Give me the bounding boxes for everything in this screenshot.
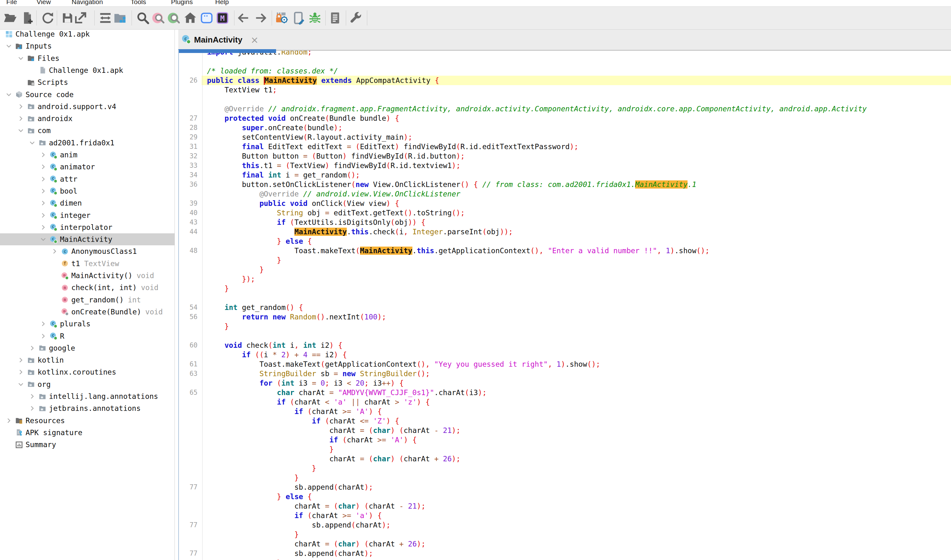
- tree-item-org[interactable]: org: [0, 378, 175, 390]
- chevron-right-icon[interactable]: [39, 332, 49, 340]
- chevron-right-icon[interactable]: [28, 344, 39, 352]
- tree-item-r[interactable]: cR: [0, 330, 175, 342]
- chevron-right-icon[interactable]: [39, 223, 49, 231]
- export-button[interactable]: [73, 11, 88, 26]
- tree-item-t1[interactable]: ft1TextView: [0, 258, 175, 269]
- menu-tools[interactable]: Tools: [131, 0, 146, 6]
- chevron-right-icon[interactable]: [28, 404, 39, 412]
- chevron-right-icon[interactable]: [51, 247, 61, 255]
- debugger-button[interactable]: [307, 11, 322, 26]
- menu-navigation[interactable]: Navigation: [72, 0, 103, 6]
- menu-file[interactable]: File: [6, 0, 17, 6]
- tree-item-com[interactable]: com: [0, 125, 175, 137]
- tree-item-get-random[interactable]: mget_random()int: [0, 294, 175, 306]
- matrix-button[interactable]: M: [215, 11, 230, 26]
- add-files-button[interactable]: [20, 11, 35, 26]
- sync-with-editor-button[interactable]: [113, 11, 128, 26]
- chevron-right-icon[interactable]: [17, 114, 27, 123]
- chevron-right-icon[interactable]: [39, 175, 49, 183]
- chevron-right-icon[interactable]: [39, 151, 49, 159]
- chevron-right-icon[interactable]: [39, 211, 49, 220]
- chevron-down-icon[interactable]: [39, 235, 49, 243]
- active-tab-underline: [178, 49, 276, 53]
- chevron-right-icon[interactable]: [39, 199, 49, 207]
- class-search-button[interactable]: [151, 11, 166, 26]
- tree-item-files[interactable]: Files: [0, 52, 175, 64]
- reload-button[interactable]: [40, 11, 55, 26]
- tree-item-animator[interactable]: canimator: [0, 161, 175, 173]
- tree-item-challenge-0x1-apk[interactable]: Challenge 0x1.apk: [0, 29, 175, 40]
- main-activity-button[interactable]: [183, 11, 198, 26]
- tree-item-label: ad2001.frida0x1: [49, 139, 114, 147]
- code-text: public void onClick(View view) {: [202, 198, 951, 208]
- text-search-button[interactable]: [136, 11, 151, 26]
- code-text: charAt = (char) (charAt + 26);: [202, 454, 951, 463]
- chevron-right-icon[interactable]: [28, 392, 39, 400]
- tree-item-attr[interactable]: cattr: [0, 173, 175, 185]
- chevron-down-icon[interactable]: [5, 42, 15, 50]
- open-files-button[interactable]: [3, 11, 18, 26]
- tree-item-label: R: [60, 332, 64, 340]
- forward-button[interactable]: [254, 11, 269, 26]
- chevron-right-icon[interactable]: [17, 356, 27, 364]
- tab-mainactivity[interactable]: c MainActivity ×: [182, 31, 258, 49]
- chevron-right-icon[interactable]: [5, 417, 15, 425]
- chevron-right-icon[interactable]: [39, 163, 49, 171]
- tree-item-inputs[interactable]: Inputs: [0, 40, 175, 52]
- jadx-window: FileViewNavigationToolsPluginsHelp M Cha…: [0, 0, 951, 560]
- tree-item-android-support-v4[interactable]: android.support.v4: [0, 101, 175, 112]
- line-number: 32: [178, 151, 202, 161]
- tree-item-summary[interactable]: Summary: [0, 438, 175, 451]
- tree-item-apk-signature[interactable]: APK signature: [0, 427, 175, 438]
- tree-item-intellij-lang-annotations[interactable]: intellij.lang.annotations: [0, 390, 175, 402]
- tree-item-resources[interactable]: Resources: [0, 415, 175, 427]
- tree-item-ad2001-frida0x1[interactable]: ad2001.frida0x1: [0, 137, 175, 149]
- back-button[interactable]: [235, 11, 251, 26]
- fit-columns-button[interactable]: [98, 11, 113, 26]
- code-editor[interactable]: import java.util.Random;/* loaded from: …: [178, 29, 951, 560]
- chevron-down-icon[interactable]: [28, 139, 39, 147]
- tree-item-interpolator[interactable]: cinterpolator: [0, 222, 175, 233]
- tree-item-kotlinx-coroutines[interactable]: kotlinx.coroutines: [0, 366, 175, 378]
- menu-view[interactable]: View: [37, 0, 51, 6]
- chevron-right-icon[interactable]: [39, 320, 49, 328]
- chevron-right-icon[interactable]: [39, 187, 49, 195]
- tree-item-mainactivity[interactable]: cMainActivity: [0, 233, 175, 245]
- tree-item-anim[interactable]: canim: [0, 149, 175, 161]
- tree-item-plurals[interactable]: cplurals: [0, 318, 175, 330]
- quark-report-button[interactable]: [199, 11, 214, 26]
- tree-item-challenge-0x1-apk[interactable]: Challenge 0x1.apk: [0, 64, 175, 76]
- preferences-button[interactable]: [348, 11, 363, 26]
- code-area[interactable]: import java.util.Random;/* loaded from: …: [178, 47, 951, 560]
- tab-strip-border: [178, 50, 951, 51]
- code-line-4: 26public class MainActivity extends AppC…: [178, 76, 951, 85]
- chevron-right-icon[interactable]: [17, 103, 27, 111]
- code-line-48: } else {: [178, 492, 951, 502]
- menu-plugins[interactable]: Plugins: [171, 0, 193, 6]
- tree-item-integer[interactable]: cinteger: [0, 209, 175, 222]
- close-icon[interactable]: ×: [251, 34, 258, 45]
- chevron-down-icon[interactable]: [17, 380, 27, 388]
- log-viewer-button[interactable]: [328, 11, 343, 26]
- tree-item-scripts[interactable]: Scripts: [0, 76, 175, 88]
- tree-item-google[interactable]: google: [0, 342, 175, 354]
- tree-item-kotlin[interactable]: kotlin: [0, 354, 175, 366]
- tree-item-mainactivity[interactable]: mMainActivity()void: [0, 269, 175, 282]
- comment-search-button[interactable]: [166, 11, 182, 26]
- menu-help[interactable]: Help: [215, 0, 229, 6]
- chevron-right-icon[interactable]: [17, 368, 27, 376]
- tree-item-bool[interactable]: cbool: [0, 185, 175, 197]
- tree-item-jetbrains-annotations[interactable]: jetbrains.annotations: [0, 402, 175, 414]
- tree-item-check-int-int[interactable]: mcheck(int, int)void: [0, 282, 175, 294]
- device-button[interactable]: [291, 11, 306, 26]
- tree-item-oncreate-bundle[interactable]: monCreate(Bundle)void: [0, 306, 175, 318]
- tree-item-androidx[interactable]: androidx: [0, 112, 175, 125]
- tree-item-anonymousclass1[interactable]: cAnonymousClass1: [0, 245, 175, 257]
- tree-item-source-code[interactable]: Source code: [0, 89, 175, 101]
- deobfuscation-button[interactable]: [274, 11, 289, 26]
- chevron-down-icon[interactable]: [17, 54, 27, 62]
- chevron-down-icon[interactable]: [5, 91, 15, 99]
- project-tree[interactable]: Challenge 0x1.apkInputsFilesChallenge 0x…: [0, 29, 175, 560]
- tree-item-dimen[interactable]: cdimen: [0, 197, 175, 209]
- chevron-down-icon[interactable]: [17, 126, 27, 135]
